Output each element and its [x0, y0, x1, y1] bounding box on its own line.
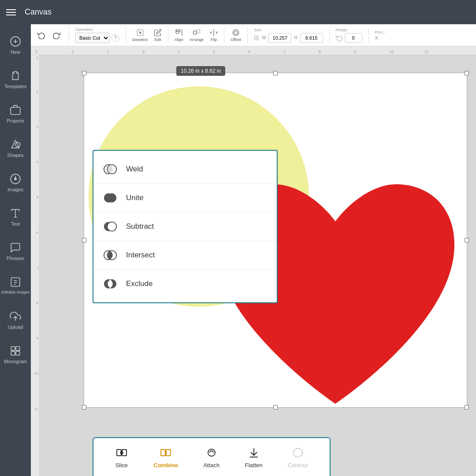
undo-button[interactable]: [35, 29, 48, 41]
sidebar-item-upload[interactable]: Upload: [0, 303, 31, 337]
sidebar-label-editable-images: Editable Images: [1, 290, 30, 295]
flip-button[interactable]: Flip: [210, 29, 218, 42]
sidebar-item-monogram[interactable]: Monogram: [0, 337, 31, 372]
sidebar-label-images: Images: [7, 187, 23, 192]
subtract-icon: [102, 219, 118, 234]
operation-group: Operation Basic Cut ?: [75, 27, 119, 43]
sidebar-label-monogram: Monogram: [4, 359, 27, 364]
svg-rect-6: [193, 31, 197, 34]
undo-redo-group: [35, 29, 63, 41]
topbar: Canvas: [0, 0, 476, 24]
svg-rect-34: [11, 351, 15, 355]
sidebar-item-projects[interactable]: Projects: [0, 97, 31, 131]
intersect-icon: [102, 247, 118, 263]
svg-point-10: [234, 31, 238, 34]
svg-rect-32: [11, 346, 15, 350]
sidebar-item-editable-images[interactable]: Editable Images: [0, 268, 31, 303]
unite-icon: [102, 190, 118, 206]
bottom-tool-contour-label: Contour: [288, 462, 308, 469]
sidebar-label-text: Text: [11, 221, 20, 227]
app-title: Canvas: [25, 7, 52, 17]
bottom-tool-flatten[interactable]: Flatten: [245, 446, 263, 469]
svg-rect-19: [11, 107, 20, 114]
svg-rect-33: [16, 346, 20, 350]
sidebar-label-templates: Templates: [4, 84, 26, 89]
bottom-tool-combine[interactable]: Combine: [153, 446, 178, 469]
svg-point-41: [107, 222, 116, 231]
svg-point-39: [107, 193, 116, 203]
ruler-horizontal: 0 1 2 3 4 5 6 7 8 9 10 11: [31, 46, 476, 55]
dimension-tooltip: 10.26 in x 8.62 in: [176, 66, 225, 76]
sidebar-item-templates[interactable]: Templates: [0, 62, 31, 97]
sidebar-label-projects: Projects: [7, 118, 24, 123]
sidebar-item-shapes[interactable]: Shapes: [0, 131, 31, 165]
hamburger-menu[interactable]: [6, 9, 16, 15]
offset-button[interactable]: Offset: [231, 29, 241, 42]
size-group: Size W H: [254, 28, 323, 43]
bottom-tool-contour: Contour: [288, 446, 308, 469]
align-button[interactable]: Align: [175, 29, 183, 42]
sidebar-label-shapes: Shapes: [7, 152, 23, 158]
ruler-vertical: 1 2 3 4 5 6 7 8 9 10 11: [31, 55, 40, 476]
sidebar-item-images[interactable]: Images: [0, 165, 31, 200]
operation-select[interactable]: Basic Cut: [75, 33, 110, 43]
deselect-button[interactable]: Deselect: [132, 29, 148, 42]
sidebar-label-phrases: Phrases: [7, 256, 24, 261]
menu-label-exclude: Exclude: [126, 279, 152, 288]
sidebar-label-new: New: [11, 49, 20, 55]
toolbar: Operation Basic Cut ? Deselect Edit Alig…: [31, 24, 476, 46]
sidebar: New Templates Projects Shapes Images: [0, 24, 31, 476]
weld-icon: [102, 161, 118, 177]
menu-label-unite: Unite: [126, 193, 144, 202]
sidebar-item-new[interactable]: New: [0, 28, 31, 62]
bottom-tool-combine-label: Combine: [153, 462, 178, 469]
menu-item-subtract[interactable]: Subtract: [93, 212, 277, 241]
menu-item-unite[interactable]: Unite: [93, 184, 277, 212]
bottom-tool-attach-label: Attach: [203, 462, 219, 469]
sidebar-label-upload: Upload: [8, 324, 23, 330]
svg-point-53: [294, 448, 302, 457]
svg-point-9: [233, 30, 239, 36]
sidebar-item-phrases[interactable]: Phrases: [0, 234, 31, 268]
menu-label-weld: Weld: [126, 165, 143, 174]
rotate-input[interactable]: [345, 33, 362, 43]
redo-button[interactable]: [50, 29, 63, 41]
edit-button[interactable]: Edit: [154, 29, 162, 42]
bottom-tool-attach[interactable]: Attach: [203, 446, 219, 469]
position-group: Posi... X: [375, 30, 386, 41]
svg-rect-49: [161, 450, 165, 456]
context-menu: Weld Unite Subtract Int: [93, 150, 278, 303]
menu-item-exclude[interactable]: Exclude: [93, 270, 277, 298]
bottom-tool-slice[interactable]: Slice: [115, 446, 128, 469]
rotate-group: Rotate: [336, 28, 362, 43]
bottom-tool-slice-label: Slice: [115, 462, 128, 469]
size-h-input[interactable]: [300, 33, 323, 43]
menu-item-weld[interactable]: Weld: [93, 155, 277, 184]
exclude-icon: [102, 276, 118, 292]
menu-label-subtract: Subtract: [126, 222, 154, 231]
svg-rect-35: [16, 351, 20, 355]
size-w-input[interactable]: [268, 33, 291, 43]
svg-rect-27: [11, 278, 20, 286]
arrange-button[interactable]: Arrange: [190, 29, 204, 42]
bottom-toolbar: Slice Combine Attach Flatten Conto: [93, 437, 331, 476]
menu-label-intersect: Intersect: [126, 251, 155, 260]
help-button[interactable]: ?: [112, 34, 119, 42]
svg-rect-7: [197, 30, 200, 33]
svg-rect-4: [176, 30, 180, 31]
sidebar-item-text[interactable]: Text: [0, 200, 31, 234]
svg-point-24: [15, 178, 16, 179]
menu-item-intersect[interactable]: Intersect: [93, 241, 277, 270]
bottom-tool-flatten-label: Flatten: [245, 462, 263, 469]
